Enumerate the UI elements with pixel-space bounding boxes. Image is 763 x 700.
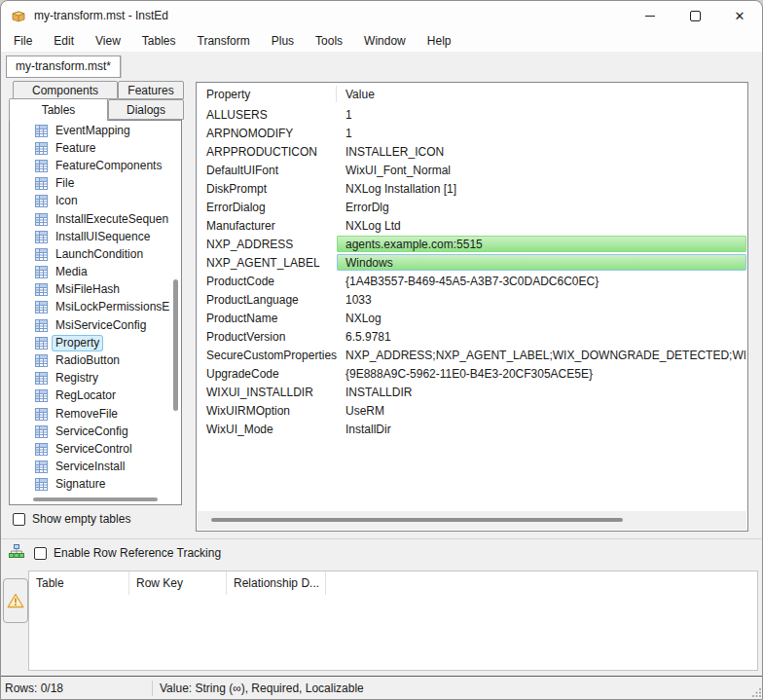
grid-horizontal-scrollbar[interactable] [198,511,746,530]
property-cell[interactable]: DefaultUIFont [197,164,337,177]
property-cell[interactable]: WixUI_Mode [197,423,337,436]
property-row[interactable]: ErrorDialog ErrorDlg [197,198,747,216]
property-cell[interactable]: ALLUSERS [197,108,337,122]
tree-item-registry[interactable]: Registry [10,370,172,387]
value-cell[interactable]: Windows [337,254,746,271]
menu-item-window[interactable]: Window [353,31,417,51]
value-cell[interactable]: 1 [337,125,746,141]
value-cell[interactable]: NXP_ADDRESS;NXP_AGENT_LABEL;WIX_DOWNGRAD… [337,347,746,363]
property-row[interactable]: ProductName NXLog [197,309,747,327]
menu-item-view[interactable]: View [85,31,131,51]
value-cell[interactable]: ErrorDlg [337,199,746,215]
menu-item-tables[interactable]: Tables [131,31,187,51]
value-cell[interactable]: NXLog Installation [1] [337,180,746,197]
tree-hscroll-thumb[interactable] [33,497,158,501]
tree-item-installuisequence[interactable]: InstallUISequence [10,228,172,245]
property-cell[interactable]: ProductVersion [197,330,337,344]
property-cell[interactable]: DiskPrompt [197,182,337,196]
property-cell[interactable]: ARPPRODUCTICON [197,145,337,159]
property-row[interactable]: ARPPRODUCTICON INSTALLER_ICON [197,142,747,161]
menu-item-tools[interactable]: Tools [305,31,353,51]
property-cell[interactable]: ProductCode [197,275,337,288]
enable-row-reference-tracking-checkbox[interactable] [34,547,47,560]
property-cell[interactable]: ARPNOMODIFY [197,127,337,140]
tree-item-reglocator[interactable]: RegLocator [10,387,172,405]
value-cell[interactable]: INSTALLDIR [337,384,746,400]
show-empty-tables-checkbox[interactable] [13,513,25,526]
property-cell[interactable]: WixUIRMOption [197,404,337,418]
property-cell[interactable]: ProductName [197,312,337,325]
tree-item-featurecomponents[interactable]: FeatureComponents [10,157,172,174]
reference-column-header-1[interactable]: Row Key [129,571,227,595]
property-row[interactable]: DefaultUIFont WixUI_Font_Normal [197,161,747,179]
show-empty-tables-row[interactable]: Show empty tables [13,512,130,526]
tree-item-eventmapping[interactable]: EventMapping [10,122,172,139]
property-row[interactable]: ARPNOMODIFY 1 [197,124,747,142]
value-cell[interactable]: {1A4B3557-B469-45A5-A3B7-3C0DADC6C0EC} [337,273,746,289]
property-cell[interactable]: NXP_ADDRESS [197,238,337,251]
tab-dialogs[interactable]: Dialogs [108,99,184,120]
property-cell[interactable]: WIXUI_INSTALLDIR [197,386,337,399]
value-cell[interactable]: INSTALLER_ICON [337,143,746,160]
property-row[interactable]: ProductLanguage 1033 [197,290,747,309]
column-header-property[interactable]: Property [197,86,337,102]
value-cell[interactable]: NXLog [337,310,746,326]
value-cell[interactable]: agents.example.com:5515 [337,236,746,252]
tree-item-removefile[interactable]: RemoveFile [10,405,172,423]
tree-item-property[interactable]: Property [10,334,172,351]
property-cell[interactable]: NXP_AGENT_LABEL [197,256,337,270]
menu-item-help[interactable]: Help [417,31,462,51]
tree-item-launchcondition[interactable]: LaunchCondition [10,245,172,263]
tree-vscroll-thumb[interactable] [173,279,178,411]
reference-column-header-0[interactable]: Table [29,571,129,595]
property-row[interactable]: WixUIRMOption UseRM [197,401,747,420]
property-row[interactable]: DiskPrompt NXLog Installation [1] [197,179,747,198]
property-row[interactable]: SecureCustomProperties NXP_ADDRESS;NXP_A… [197,346,747,364]
value-cell[interactable]: 1033 [337,291,746,308]
value-cell[interactable]: 6.5.9781 [337,328,746,345]
tree-vertical-scrollbar[interactable] [173,123,179,495]
property-row[interactable]: NXP_AGENT_LABEL Windows [197,253,747,272]
column-header-value[interactable]: Value [337,88,747,101]
property-row[interactable]: WixUI_Mode InstallDir [197,420,747,438]
tree-item-msiserviceconfig[interactable]: MsiServiceConfig [10,316,172,334]
tree-item-signature[interactable]: Signature [10,476,172,494]
resize-grip-icon[interactable] [752,687,762,697]
property-row[interactable]: NXP_ADDRESS agents.example.com:5515 [197,235,747,253]
tree-item-file[interactable]: File [10,175,172,193]
minimize-button[interactable] [628,1,672,30]
menu-item-edit[interactable]: Edit [43,31,85,51]
value-cell[interactable]: NXLog Ltd [337,217,746,234]
value-cell[interactable]: UseRM [337,402,746,419]
tab-tables[interactable]: Tables [9,98,108,121]
property-cell[interactable]: ErrorDialog [197,201,337,214]
property-row[interactable]: ProductVersion 6.5.9781 [197,327,747,346]
maximize-button[interactable] [672,1,717,30]
value-cell[interactable]: {9E888A9C-5962-11E0-B4E3-20CF305ACE5E} [337,365,746,382]
tree-item-icon[interactable]: Icon [10,193,172,210]
property-cell[interactable]: Manufacturer [197,219,337,233]
property-row[interactable]: ProductCode {1A4B3557-B469-45A5-A3B7-3C0… [197,272,747,290]
property-row[interactable]: WIXUI_INSTALLDIR INSTALLDIR [197,383,747,401]
value-cell[interactable]: 1 [337,106,746,123]
property-cell[interactable]: SecureCustomProperties [197,349,337,362]
reference-column-header-2[interactable]: Relationship D... [227,571,326,595]
property-row[interactable]: UpgradeCode {9E888A9C-5962-11E0-B4E3-20C… [197,364,747,383]
property-cell[interactable]: UpgradeCode [197,367,337,381]
value-cell[interactable]: InstallDir [337,421,746,437]
tree-item-serviceconfig[interactable]: ServiceConfig [10,423,172,440]
value-cell[interactable]: WixUI_Font_Normal [337,162,746,178]
tree-item-msifilehash[interactable]: MsiFileHash [10,281,172,299]
tree-item-radiobutton[interactable]: RadioButton [10,351,172,369]
tab-components[interactable]: Components [13,81,118,99]
validation-side-tab[interactable] [3,578,28,623]
tree-item-msilockpermissionse[interactable]: MsiLockPermissionsE [10,299,172,316]
enable-row-reference-tracking-row[interactable]: Enable Row Reference Tracking [34,546,221,560]
tree-item-feature[interactable]: Feature [10,139,172,157]
property-cell[interactable]: ProductLanguage [197,293,337,307]
menu-item-plus[interactable]: Plus [261,31,305,51]
property-row[interactable]: Manufacturer NXLog Ltd [197,216,747,235]
close-button[interactable]: ✕ [717,1,762,30]
document-tab[interactable]: my-transform.mst* [6,55,121,78]
tree-item-serviceinstall[interactable]: ServiceInstall [10,459,172,476]
